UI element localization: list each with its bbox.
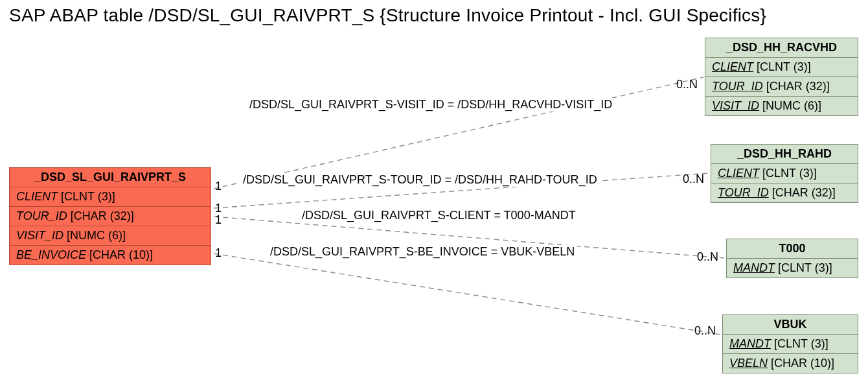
field-type: [CHAR (10)] — [771, 357, 834, 370]
entity-source-field: VISIT_ID [NUMC (6)] — [10, 226, 211, 246]
entity-target-header: VBUK — [723, 315, 858, 335]
field-type: [CLNT (3)] — [774, 337, 828, 350]
entity-target-field: MANDT [CLNT (3)] — [723, 335, 858, 354]
entity-target-header: _DSD_HH_RAHD — [711, 145, 858, 164]
field-type: [CLNT (3)] — [757, 60, 811, 73]
field-type: [CHAR (32)] — [766, 80, 830, 93]
entity-target: VBUK MANDT [CLNT (3)] VBELN [CHAR (10)] — [722, 314, 858, 373]
field-type: [CLNT (3)] — [61, 190, 115, 203]
cardinality-right: 0..N — [676, 78, 698, 91]
entity-target-header: _DSD_HH_RACVHD — [705, 38, 858, 58]
entity-source-field: TOUR_ID [CHAR (32)] — [10, 207, 211, 226]
field-type: [CHAR (10)] — [89, 248, 153, 261]
cardinality-left: 1 — [215, 213, 222, 227]
field-type: [CLNT (3)] — [762, 167, 817, 180]
entity-target-field: CLIENT [CLNT (3)] — [705, 58, 858, 77]
entity-target-field: VBELN [CHAR (10)] — [723, 354, 858, 373]
entity-source: _DSD_SL_GUI_RAIVPRT_S CLIENT [CLNT (3)] … — [9, 167, 211, 265]
entity-target: T000 MANDT [CLNT (3)] — [726, 239, 858, 278]
relation-label: /DSD/SL_GUI_RAIVPRT_S-TOUR_ID = /DSD/HH_… — [240, 173, 600, 187]
field-name: TOUR_ID — [718, 186, 769, 199]
field-name: VBELN — [729, 357, 768, 370]
field-name: CLIENT — [718, 167, 759, 180]
svg-line-0 — [214, 77, 703, 189]
cardinality-left: 1 — [215, 180, 222, 193]
field-name: BE_INVOICE — [16, 248, 86, 261]
entity-target-field: VISIT_ID [NUMC (6)] — [705, 97, 858, 115]
cardinality-right: 0..N — [697, 250, 718, 264]
entity-target-field: CLIENT [CLNT (3)] — [711, 164, 858, 183]
relation-label: /DSD/SL_GUI_RAIVPRT_S-CLIENT = T000-MAND… — [299, 209, 578, 222]
page-title: SAP ABAP table /DSD/SL_GUI_RAIVPRT_S {St… — [9, 5, 766, 26]
field-type: [CHAR (32)] — [772, 186, 836, 199]
entity-target-field: TOUR_ID [CHAR (32)] — [705, 77, 858, 97]
entity-target-header: T000 — [727, 239, 858, 259]
entity-target-field: TOUR_ID [CHAR (32)] — [711, 183, 858, 202]
entity-source-field: BE_INVOICE [CHAR (10)] — [10, 246, 211, 265]
cardinality-right: 0..N — [683, 172, 704, 186]
field-name: VISIT_ID — [16, 229, 63, 242]
field-name: VISIT_ID — [712, 99, 759, 112]
entity-source-header: _DSD_SL_GUI_RAIVPRT_S — [10, 168, 211, 187]
relation-label: /DSD/SL_GUI_RAIVPRT_S-VISIT_ID = /DSD/HH… — [247, 98, 615, 112]
field-name: MANDT — [733, 261, 775, 274]
field-name: CLIENT — [16, 190, 58, 203]
field-name: TOUR_ID — [16, 209, 67, 222]
cardinality-right: 0..N — [694, 324, 716, 338]
field-type: [NUMC (6)] — [762, 99, 821, 112]
field-type: [CHAR (32)] — [71, 209, 134, 222]
entity-target: _DSD_HH_RACVHD CLIENT [CLNT (3)] TOUR_ID… — [705, 38, 858, 116]
svg-line-3 — [214, 254, 721, 335]
relation-label: /DSD/SL_GUI_RAIVPRT_S-BE_INVOICE = VBUK-… — [268, 245, 577, 259]
field-name: MANDT — [729, 337, 771, 350]
field-type: [CLNT (3)] — [778, 261, 832, 274]
cardinality-left: 1 — [215, 246, 222, 260]
field-type: [NUMC (6)] — [67, 229, 126, 242]
field-name: TOUR_ID — [712, 80, 763, 93]
entity-target-field: MANDT [CLNT (3)] — [727, 259, 858, 278]
entity-source-field: CLIENT [CLNT (3)] — [10, 187, 211, 207]
entity-target: _DSD_HH_RAHD CLIENT [CLNT (3)] TOUR_ID [… — [711, 144, 858, 203]
field-name: CLIENT — [712, 60, 753, 73]
